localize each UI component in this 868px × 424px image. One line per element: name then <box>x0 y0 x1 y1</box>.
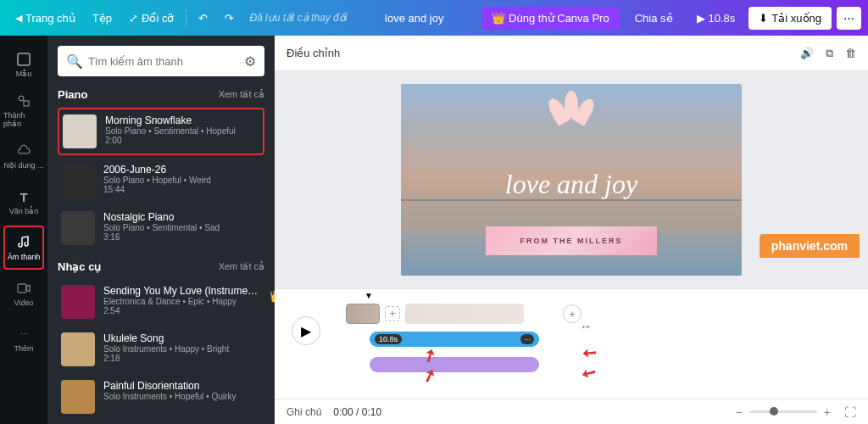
track-thumbnail <box>61 380 95 414</box>
track-meta: Solo Piano • Sentimental • Sad <box>103 223 261 232</box>
track-thumbnail <box>61 211 95 245</box>
search-input[interactable] <box>88 55 239 68</box>
audio-clip-blue[interactable]: 10.8s ⋯ <box>370 332 539 347</box>
download-icon: ⬇ <box>759 12 768 25</box>
video-clip-dim[interactable] <box>405 304 524 324</box>
volume-icon[interactable]: 🔊 <box>800 47 814 60</box>
track-item[interactable]: Sending You My Love (Instrument... Elect… <box>58 280 264 324</box>
track-meta: Solo Instruments • Happy • Bright <box>103 344 261 354</box>
file-menu[interactable]: Tệp <box>84 7 120 30</box>
audio-clip-purple[interactable] <box>370 357 539 372</box>
subtitle-band[interactable]: FROM THE MILLERS <box>486 226 657 255</box>
track-name: Morning Snowflake <box>105 114 259 126</box>
more-icon: ⋯ <box>15 326 32 343</box>
rail-more[interactable]: ⋯Thêm <box>3 317 44 361</box>
download-button[interactable]: ⬇Tải xuống <box>748 7 832 30</box>
track-duration: 3:16 <box>103 232 261 242</box>
duplicate-icon[interactable]: ⧉ <box>826 47 833 60</box>
bottom-bar: Ghi chú 0:00 / 0:10 − + ⛶ <box>275 399 868 424</box>
fit-button[interactable]: ⛶ <box>844 405 856 419</box>
resize-button[interactable]: ⤢Đổi cỡ <box>120 7 182 30</box>
redo-button[interactable]: ↷ <box>216 7 242 30</box>
section-header-instruments: Nhạc cụ Xem tất cả <box>58 260 264 273</box>
add-scene-button[interactable]: + <box>563 304 581 323</box>
track-item[interactable]: Morning Snowflake Solo Piano • Sentiment… <box>58 108 264 155</box>
zoom-in-button[interactable]: + <box>824 405 831 419</box>
svg-rect-3 <box>18 284 26 293</box>
elements-icon <box>15 92 32 109</box>
timeline-play-button[interactable]: ▶ <box>292 316 320 345</box>
title-text[interactable]: love and joy <box>505 168 637 199</box>
try-pro-button[interactable]: 👑Dùng thử Canva Pro <box>481 7 620 30</box>
track-thumbnail <box>61 332 95 366</box>
video-clip[interactable] <box>346 304 380 324</box>
play-button[interactable]: ▶10.8s <box>688 7 744 30</box>
play-icon: ▶ <box>697 12 705 25</box>
search-icon: 🔍 <box>66 53 83 70</box>
rail-templates[interactable]: Mẫu <box>3 42 44 86</box>
canvas-area: Điều chỉnh 🔊 ⧉ 🗑 love and joy FROM THE M… <box>275 36 868 424</box>
section-title: Nhạc cụ <box>58 260 101 273</box>
track-name: Nostalgic Piano <box>103 211 261 223</box>
section-title: Piano <box>58 88 87 101</box>
zoom-slider[interactable] <box>749 410 817 413</box>
track-thumbnail <box>61 164 95 198</box>
track-item[interactable]: 2006-June-26 Solo Piano • Hopeful • Weir… <box>58 159 264 203</box>
top-bar: ◀Trang chủ Tệp ⤢Đổi cỡ ↶ ↷ Đã lưu tất cả… <box>0 0 868 36</box>
filter-icon[interactable]: ⚙ <box>244 53 256 70</box>
save-status: Đã lưu tất cả thay đổi <box>249 12 347 24</box>
see-all-link[interactable]: Xem tất cả <box>219 261 264 272</box>
music-icon <box>15 234 32 251</box>
clip-menu-icon[interactable]: ⋯ <box>520 334 534 344</box>
svg-rect-2 <box>24 101 29 106</box>
undo-button[interactable]: ↶ <box>190 7 216 30</box>
adjust-bar: Điều chỉnh 🔊 ⧉ 🗑 <box>275 36 868 71</box>
track-name: Ukulele Song <box>103 332 261 344</box>
rail-elements[interactable]: Thành phần <box>3 88 44 132</box>
more-button[interactable]: ⋯ <box>837 7 861 30</box>
video-icon <box>15 280 32 297</box>
search-box[interactable]: 🔍 ⚙ <box>58 46 264 76</box>
track-item[interactable]: Ukulele Song Solo Instruments • Happy • … <box>58 327 264 371</box>
time-display: 0:00 / 0:10 <box>333 406 381 418</box>
track-item[interactable]: Painful Disorientation Solo Instruments … <box>58 375 264 419</box>
rail-video[interactable]: Video <box>3 271 44 315</box>
section-header-piano: Piano Xem tất cả <box>58 88 264 101</box>
text-icon: T <box>15 188 32 205</box>
track-duration: 15:44 <box>103 185 261 194</box>
track-name: 2006-June-26 <box>103 164 261 176</box>
see-all-link[interactable]: Xem tất cả <box>219 89 264 100</box>
timeline: ▶ ▼ + + 10.8s ⋯ <box>275 288 868 399</box>
playhead-marker[interactable]: ▼ <box>364 291 373 300</box>
add-clip-button[interactable]: + <box>385 306 400 321</box>
audio-panel: 🔍 ⚙ Piano Xem tất cả Morning Snowflake S… <box>47 36 275 424</box>
rail-uploads[interactable]: Nội dung ... <box>3 134 44 178</box>
home-button[interactable]: ◀Trang chủ <box>7 7 84 30</box>
petal-graphic <box>546 91 597 142</box>
rail-audio[interactable]: Âm thanh <box>3 226 44 270</box>
track-meta: Solo Instruments • Hopeful • Quirky <box>103 392 261 401</box>
svg-point-1 <box>19 96 24 101</box>
track-name: Painful Disorientation <box>103 380 261 392</box>
rail-text[interactable]: TVăn bản <box>3 180 44 224</box>
cloud-icon <box>15 142 32 159</box>
adjust-label[interactable]: Điều chỉnh <box>287 47 340 59</box>
svg-rect-0 <box>18 53 30 65</box>
document-title[interactable]: love and joy <box>347 12 481 25</box>
track-meta: Solo Piano • Hopeful • Weird <box>103 176 261 185</box>
video-preview[interactable]: love and joy FROM THE MILLERS <box>401 84 742 276</box>
share-button[interactable]: Chia sẻ <box>625 7 683 30</box>
canvas-stage[interactable]: love and joy FROM THE MILLERS phanviet.c… <box>275 71 868 288</box>
side-rail: Mẫu Thành phần Nội dung ... TVăn bản Âm … <box>0 36 47 424</box>
track-meta: Solo Piano • Sentimental • Hopeful <box>105 126 259 136</box>
track-duration: 2:00 <box>105 136 259 145</box>
notes-button[interactable]: Ghi chú <box>287 406 321 418</box>
track-duration: 2:18 <box>103 354 261 363</box>
trash-icon[interactable]: 🗑 <box>845 47 856 60</box>
track-duration: 2:54 <box>103 306 261 315</box>
track-thumbnail <box>63 114 97 148</box>
track-item[interactable]: Nostalgic Piano Solo Piano • Sentimental… <box>58 206 264 250</box>
template-icon <box>15 51 32 68</box>
zoom-out-button[interactable]: − <box>736 405 743 419</box>
track-thumbnail <box>61 285 95 319</box>
